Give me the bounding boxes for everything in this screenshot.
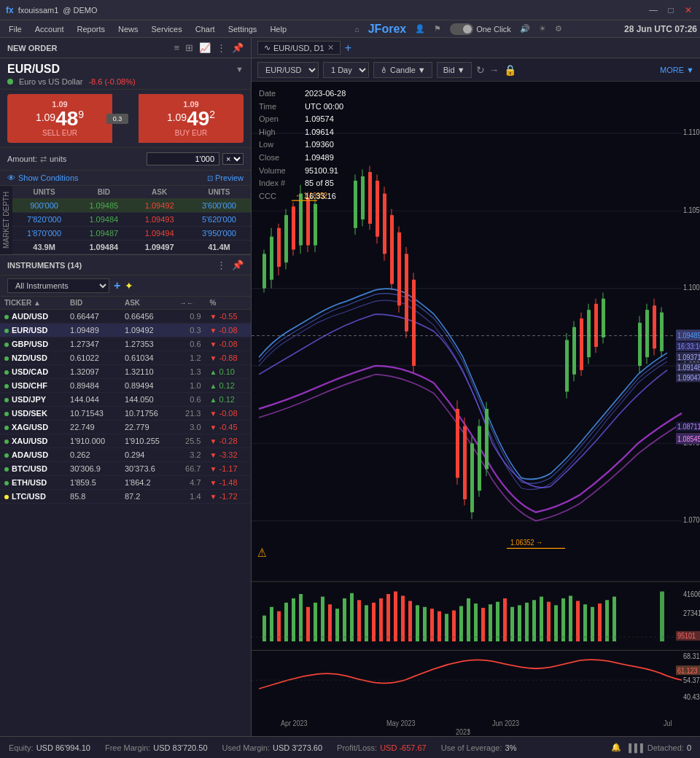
status-dot bbox=[4, 481, 9, 485]
menu-center: ⌂ JForex 👤 ⚑ One Click 🔊 ☀ ⚙ bbox=[292, 23, 624, 36]
svg-text:416069: 416069 bbox=[683, 590, 700, 598]
change-cell: ▲ 0.10 bbox=[206, 365, 252, 379]
chart-icon[interactable]: 📈 bbox=[199, 42, 211, 53]
menu-account[interactable]: Account bbox=[29, 23, 70, 35]
svg-rect-141 bbox=[576, 601, 580, 641]
list-item[interactable]: USD/SEK 10.71543 10.71756 21.3 ▼ -0.08 bbox=[0, 407, 251, 421]
notification-icon[interactable]: 🔔 bbox=[611, 743, 621, 752]
candle-label: Candle bbox=[390, 66, 416, 74]
menu-news[interactable]: News bbox=[112, 23, 144, 35]
swap-icon[interactable]: ⇄ bbox=[40, 155, 47, 164]
add-chart-button[interactable]: + bbox=[345, 42, 351, 55]
depth-units-r: 5'620'000 bbox=[187, 213, 251, 227]
speaker-icon[interactable]: 🔊 bbox=[520, 24, 530, 34]
settings-instrument-icon[interactable]: ✦ bbox=[125, 280, 133, 292]
one-click-toggle[interactable]: One Click bbox=[450, 23, 511, 35]
ticker-cell: ETH/USD bbox=[0, 476, 66, 490]
menu-help[interactable]: Help bbox=[264, 23, 292, 35]
grid-icon[interactable]: ⊞ bbox=[185, 42, 193, 53]
col-change[interactable]: % bbox=[206, 297, 252, 310]
candle-type-button[interactable]: 🕯 Candle ▼ bbox=[373, 62, 432, 78]
svg-text:1.09371: 1.09371 bbox=[677, 353, 700, 362]
change-value: -0.08 bbox=[219, 326, 237, 335]
timeframe-select[interactable]: 1 Day bbox=[323, 62, 369, 78]
lock-icon[interactable]: 🔒 bbox=[504, 64, 516, 76]
list-item[interactable]: USD/CHF 0.89484 0.89494 1.0 ▲ 0.12 bbox=[0, 379, 251, 393]
unpin-icon[interactable]: 📌 bbox=[232, 42, 244, 53]
buy-button[interactable]: 1.09 1.09 49 2 Buy EUR bbox=[139, 94, 244, 143]
instruments-dots-icon[interactable]: ⋮ bbox=[217, 259, 226, 270]
list-item[interactable]: NZD/USD 0.61022 0.61034 1.2 ▼ -0.88 bbox=[0, 351, 251, 365]
list-item[interactable]: GBP/USD 1.27347 1.27353 0.6 ▼ -0.08 bbox=[0, 337, 251, 351]
bid-cell: 10.71543 bbox=[66, 407, 120, 421]
menu-reports[interactable]: Reports bbox=[71, 23, 111, 35]
depth-total-bid: 1.09484 bbox=[76, 241, 131, 254]
preview-btn[interactable]: ⊡ Preview bbox=[207, 173, 244, 182]
list-item[interactable]: AUD/USD 0.66447 0.66456 0.9 ▼ -0.55 bbox=[0, 310, 251, 324]
user-icon[interactable]: 👤 bbox=[415, 24, 425, 34]
list-item[interactable]: ADA/USD 0.262 0.294 3.2 ▼ -3.32 bbox=[0, 448, 251, 462]
instrument-chevron[interactable]: ▼ bbox=[236, 65, 244, 74]
market-depth-label: MARKET DEPTH bbox=[0, 186, 12, 254]
sun-icon[interactable]: ☀ bbox=[539, 24, 546, 34]
sell-button[interactable]: 1.09 1.09 48 9 Sell EUR 0.3 bbox=[7, 94, 112, 143]
arrow-right-icon[interactable]: → bbox=[489, 64, 499, 76]
col-ticker[interactable]: TICKER ▲ bbox=[0, 297, 66, 310]
chart-tab-eurusd[interactable]: ∿ EUR/USD, D1 ✕ bbox=[257, 41, 341, 55]
right-panel: ∿ EUR/USD, D1 ✕ + EUR/USD 1 Day 🕯 Candle… bbox=[252, 38, 700, 736]
spread-cell: 0.6 bbox=[175, 393, 206, 407]
close-button[interactable]: ✕ bbox=[682, 4, 694, 16]
list-item[interactable]: LTC/USD 85.8 87.2 1.4 ▼ -1.72 bbox=[0, 490, 251, 504]
preview-icon: ⊡ bbox=[207, 174, 213, 182]
list-icon[interactable]: ≡ bbox=[174, 42, 179, 53]
more-button[interactable]: MORE ▼ bbox=[660, 66, 694, 74]
svg-rect-113 bbox=[372, 603, 376, 641]
svg-rect-98 bbox=[262, 616, 266, 641]
list-item[interactable]: USD/CAD 1.32097 1.32110 1.3 ▲ 0.10 bbox=[0, 365, 251, 379]
svg-text:1.1000: 1.1000 bbox=[683, 283, 700, 292]
svg-text:273417: 273417 bbox=[683, 609, 700, 617]
ask-cell: 0.61034 bbox=[120, 351, 175, 365]
list-item[interactable]: BTC/USD 30'306.9 30'373.6 66.7 ▼ -1.17 bbox=[0, 462, 251, 476]
gear-icon[interactable]: ⚙ bbox=[555, 24, 562, 34]
ask-cell: 144.050 bbox=[120, 393, 175, 407]
bid-cell: 1'910.000 bbox=[66, 434, 120, 448]
dots-icon[interactable]: ⋮ bbox=[217, 42, 226, 53]
svg-rect-126 bbox=[467, 598, 470, 641]
list-item[interactable]: EUR/USD 1.09489 1.09492 0.3 ▼ -0.08 bbox=[0, 324, 251, 337]
list-item[interactable]: XAG/USD 22.749 22.779 3.0 ▼ -0.45 bbox=[0, 421, 251, 434]
col-ask[interactable]: ASK bbox=[120, 297, 175, 310]
bid-cell: 144.044 bbox=[66, 393, 120, 407]
change-arrow: ▲ bbox=[210, 396, 217, 404]
svg-rect-101 bbox=[284, 603, 288, 641]
instruments-pin-icon[interactable]: 📌 bbox=[232, 259, 244, 270]
instruments-filter-select[interactable]: All Instruments bbox=[7, 278, 109, 293]
show-conditions-btn[interactable]: 👁 Show Conditions bbox=[7, 173, 79, 182]
list-item[interactable]: XAU/USD 1'910.000 1'910.255 25.5 ▼ -0.28 bbox=[0, 434, 251, 448]
toggle-switch[interactable] bbox=[450, 23, 473, 35]
list-item[interactable]: USD/JPY 144.044 144.050 0.6 ▲ 0.12 bbox=[0, 393, 251, 407]
amount-section: Amount: ⇄ units bbox=[7, 155, 66, 164]
leverage-value: 3% bbox=[505, 743, 517, 752]
svg-rect-127 bbox=[474, 603, 478, 641]
svg-text:61.123: 61.123 bbox=[677, 666, 698, 675]
add-instrument-button[interactable]: + bbox=[114, 279, 120, 292]
chart-tab-close[interactable]: ✕ bbox=[327, 43, 334, 52]
home-icon[interactable]: ⌂ bbox=[354, 25, 359, 34]
minimize-button[interactable]: — bbox=[648, 4, 659, 16]
refresh-icon[interactable]: ↻ bbox=[476, 64, 485, 76]
menu-services[interactable]: Services bbox=[146, 23, 188, 35]
amount-input[interactable] bbox=[147, 152, 219, 165]
menu-file[interactable]: File bbox=[3, 23, 28, 35]
col-bid[interactable]: BID bbox=[66, 297, 120, 310]
col-spread[interactable]: →← bbox=[175, 297, 206, 310]
menu-settings[interactable]: Settings bbox=[222, 23, 263, 35]
instrument-select[interactable]: EUR/USD bbox=[257, 62, 319, 78]
menu-chart[interactable]: Chart bbox=[190, 23, 221, 35]
maximize-button[interactable]: □ bbox=[665, 4, 677, 16]
margin-item: Free Margin: USD 83'720.50 bbox=[105, 743, 208, 752]
amount-unit-select[interactable]: × bbox=[222, 153, 244, 165]
flag-icon[interactable]: ⚑ bbox=[434, 24, 441, 34]
list-item[interactable]: ETH/USD 1'859.5 1'864.2 4.7 ▼ -1.48 bbox=[0, 476, 251, 490]
price-type-button[interactable]: Bid ▼ bbox=[437, 62, 472, 78]
